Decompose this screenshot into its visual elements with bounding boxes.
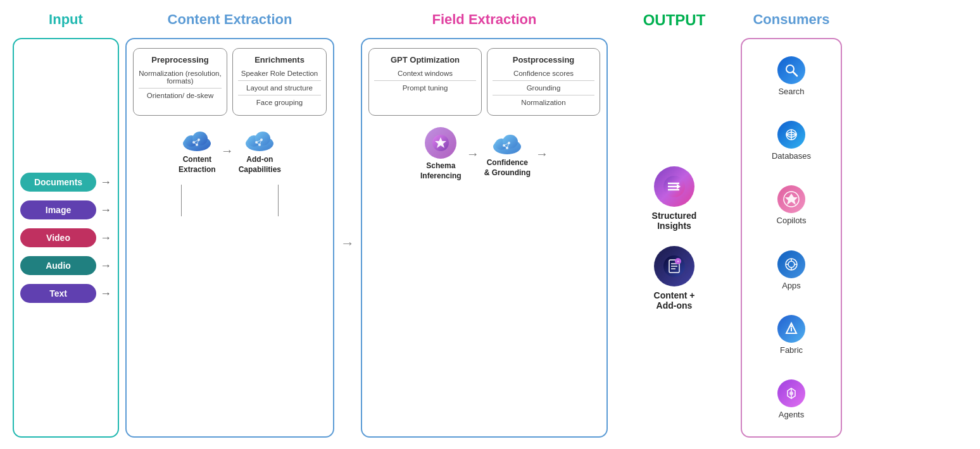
preprocessing-box: Preprocessing Normalization (resolution,… — [133, 48, 227, 116]
input-title: Input — [49, 11, 83, 28]
svg-line-43 — [793, 72, 797, 76]
fabric-consumer-icon — [777, 315, 805, 343]
input-item-video: Video → — [20, 228, 111, 247]
post-item1: Confidence scores — [493, 70, 594, 77]
content-addons-icon: + — [654, 246, 694, 286]
cloud-icon-2 — [242, 127, 277, 152]
svg-point-57 — [791, 325, 793, 327]
postprocessing-title: Postprocessing — [493, 55, 594, 65]
vline-2 — [278, 185, 279, 216]
arrow-video: → — [100, 231, 111, 245]
enrichments-item3: Face grouping — [238, 99, 321, 106]
structured-insights-item: StructuredInsights — [652, 166, 697, 231]
gpt-item1: Context windows — [374, 70, 476, 77]
input-box: Documents → Image → Video → Audio → Text… — [13, 38, 119, 438]
postprocessing-box: Postprocessing Confidence scores Groundi… — [487, 48, 600, 116]
arrow-text: → — [100, 287, 111, 300]
confidence-label: Confidence& Grounding — [484, 158, 531, 178]
schema-label: SchemaInferencing — [420, 161, 462, 181]
post-item2: Grounding — [493, 84, 594, 92]
copilots-label: Copilots — [777, 216, 807, 225]
field-flow-row: SchemaInferencing → — [368, 127, 600, 181]
apps-consumer-icon — [777, 250, 805, 278]
main-diagram: Input Documents → Image → Video → Audio … — [0, 0, 980, 449]
consumer-apps: Apps — [777, 250, 805, 290]
enrichments-title: Enrichments — [238, 55, 321, 65]
consumer-fabric: Fabric — [777, 315, 805, 355]
schema-icon — [425, 127, 456, 159]
fabric-label: Fabric — [780, 345, 803, 355]
preprocessing-item2: Orientation/ de-skew — [139, 92, 222, 99]
apps-label: Apps — [782, 281, 801, 290]
arrow-image: → — [100, 204, 111, 217]
gpt-item2: Prompt tuning — [374, 84, 476, 92]
content-addons-label: Content +Add-ons — [654, 290, 695, 311]
field-extraction-section: Field Extraction GPT Optimization Contex… — [361, 11, 608, 438]
left-vline — [181, 185, 182, 216]
post-item3: Normalization — [493, 99, 594, 106]
arrow-audio: → — [100, 259, 111, 273]
consumers-title: Consumers — [753, 11, 829, 28]
svg-text:+: + — [677, 259, 679, 264]
input-section: Input Documents → Image → Video → Audio … — [13, 11, 119, 438]
text-badge: Text — [20, 284, 96, 303]
content-inner-boxes: Preprocessing Normalization (resolution,… — [133, 48, 327, 116]
databases-label: Databases — [772, 151, 811, 161]
image-badge: Image — [20, 200, 96, 219]
input-item-image: Image → — [20, 200, 111, 219]
cloud-icon-1 — [180, 127, 214, 152]
output-section: OUTPUT — [614, 11, 734, 438]
input-item-text: Text → — [20, 284, 111, 303]
addon-capabilities-label: Add-onCapabilities — [239, 155, 281, 175]
flow-arrow-1: → — [221, 144, 234, 158]
search-consumer-icon — [777, 56, 805, 84]
agents-label: Agents — [779, 410, 804, 419]
search-label: Search — [778, 87, 804, 96]
documents-badge: Documents — [20, 173, 96, 192]
content-extraction-title: Content Extraction — [168, 11, 292, 28]
consumer-search: Search — [777, 56, 805, 96]
flow-arrow-2: → — [467, 147, 479, 161]
flow-arrow-3: → — [536, 147, 548, 161]
svg-point-59 — [789, 391, 793, 395]
content-addons-item: + Content +Add-ons — [654, 246, 695, 311]
arrow-between-content-field: → — [341, 11, 355, 438]
field-inner-boxes: GPT Optimization Context windows Prompt … — [368, 48, 600, 116]
consumer-databases: Databases — [772, 121, 811, 161]
svg-point-50 — [788, 261, 795, 268]
databases-consumer-icon — [777, 121, 805, 149]
content-extraction-section: Content Extraction Preprocessing Normali… — [125, 11, 334, 438]
content-flow-row: ContentExtraction → — [133, 127, 327, 175]
schema-flow-item: SchemaInferencing — [420, 127, 462, 181]
field-extraction-box: GPT Optimization Context windows Prompt … — [361, 38, 608, 438]
cloud-icon-3 — [490, 130, 524, 156]
gpt-optimization-title: GPT Optimization — [374, 55, 476, 65]
preprocessing-title: Preprocessing — [139, 55, 222, 65]
svg-marker-48 — [785, 194, 798, 205]
audio-badge: Audio — [20, 256, 96, 275]
content-bottom-lines — [133, 185, 327, 216]
enrichments-item1: Speaker Role Detection — [238, 70, 321, 77]
confidence-flow-item: Confidence& Grounding — [484, 130, 531, 178]
input-item-audio: Audio → — [20, 256, 111, 275]
gpt-optimization-box: GPT Optimization Context windows Prompt … — [368, 48, 482, 116]
right-vline — [278, 185, 279, 216]
addon-capabilities-flow-item: Add-onCapabilities — [239, 127, 281, 175]
arrow-documents: → — [100, 176, 111, 189]
preprocessing-item1: Normalization (resolution, formats) — [139, 70, 222, 85]
input-item-documents: Documents → — [20, 173, 111, 192]
consumers-box: Search Databases Copilots — [741, 38, 842, 438]
enrichments-item2: Layout and structure — [238, 84, 321, 92]
content-extraction-box: Preprocessing Normalization (resolution,… — [125, 38, 334, 438]
svg-point-20 — [439, 141, 443, 145]
field-extraction-title: Field Extraction — [432, 11, 536, 28]
output-items: StructuredInsights — [652, 39, 697, 438]
copilots-consumer-icon — [777, 185, 805, 213]
consumer-agents: Agents — [777, 379, 805, 419]
vline-1 — [181, 185, 182, 216]
content-extraction-flow-item: ContentExtraction — [179, 127, 216, 175]
video-badge: Video — [20, 228, 96, 247]
content-extraction-label: ContentExtraction — [179, 155, 216, 175]
consumer-copilots: Copilots — [777, 185, 807, 225]
output-title: OUTPUT — [643, 11, 706, 29]
